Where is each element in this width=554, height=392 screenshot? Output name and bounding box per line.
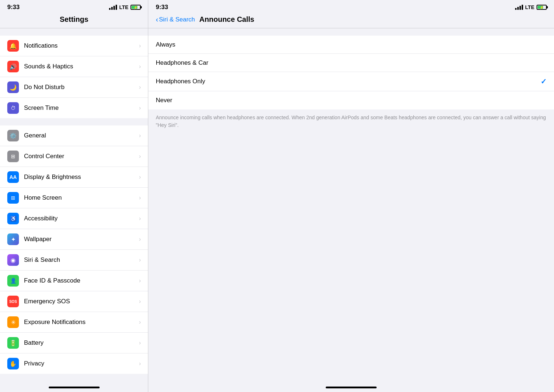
screen-time-icon: ⏱ — [7, 102, 19, 114]
row-accessibility[interactable]: ♿ Accessibility › — [0, 208, 148, 229]
row-general[interactable]: ⚙️ General › — [0, 125, 148, 146]
control-center-label: Control Center — [24, 153, 139, 160]
face-id-label: Face ID & Passcode — [24, 277, 139, 284]
face-id-icon: 👤 — [7, 275, 19, 287]
row-control-center[interactable]: ⊞ Control Center › — [0, 146, 148, 167]
row-battery[interactable]: 🔋 Battery › — [0, 333, 148, 353]
home-screen-chevron: › — [139, 195, 141, 201]
wallpaper-icon: ✦ — [7, 233, 19, 245]
general-icon: ⚙️ — [7, 130, 19, 141]
home-indicator-1 — [49, 387, 100, 388]
siri-label: Siri & Search — [24, 256, 139, 264]
option-headphones-only-label: Headphones Only — [156, 78, 541, 85]
headphones-only-checkmark: ✓ — [541, 77, 547, 86]
row-display-brightness[interactable]: AA Display & Brightness › — [0, 167, 148, 188]
row-exposure-notifications[interactable]: ✳ Exposure Notifications › — [0, 312, 148, 333]
lte-label-1: LTE — [119, 4, 128, 10]
panel-settings: 9:33 LTE ⚡ Settings 🔔 Notifications — [0, 0, 148, 392]
exposure-icon: ✳ — [7, 316, 19, 328]
emergency-sos-icon: SOS — [7, 296, 19, 307]
sounds-chevron: › — [139, 63, 141, 70]
battery-icon-1: ⚡ — [131, 5, 141, 10]
battery-label: Battery — [24, 339, 139, 347]
row-face-id[interactable]: 👤 Face ID & Passcode › — [0, 271, 148, 291]
option-always[interactable]: Always — [148, 36, 554, 54]
privacy-label: Privacy — [24, 360, 139, 367]
general-label: General — [24, 132, 139, 139]
battery-chevron: › — [139, 340, 141, 346]
notifications-label: Notifications — [24, 42, 139, 49]
option-never-label: Never — [156, 97, 547, 104]
accessibility-icon: ♿ — [7, 213, 19, 224]
row-sounds-haptics[interactable]: 🔊 Sounds & Haptics › — [0, 56, 148, 77]
battery-bolt-3: ⚡ — [539, 5, 544, 9]
control-center-icon: ⊞ — [7, 151, 19, 162]
row-emergency-sos[interactable]: SOS Emergency SOS › — [0, 291, 148, 312]
wallpaper-label: Wallpaper — [24, 236, 139, 243]
display-icon: AA — [7, 171, 19, 183]
face-id-chevron: › — [139, 277, 141, 284]
dnd-chevron: › — [139, 84, 141, 91]
panel-announce-calls: 9:33 LTE ⚡ ‹ Siri & Search Announce Call… — [148, 0, 554, 392]
notifications-chevron: › — [139, 43, 141, 49]
dnd-icon: 🌙 — [7, 81, 19, 93]
sounds-icon: 🔊 — [7, 61, 19, 72]
notifications-icon: 🔔 — [7, 40, 19, 52]
status-bar-3: 9:33 LTE ⚡ — [148, 0, 554, 12]
privacy-icon: ✋ — [7, 358, 19, 369]
panel3-back-label: Siri & Search — [159, 16, 195, 23]
row-wallpaper[interactable]: ✦ Wallpaper › — [0, 229, 148, 250]
control-center-chevron: › — [139, 153, 141, 160]
dnd-label: Do Not Disturb — [24, 84, 139, 91]
home-indicator-3 — [326, 387, 377, 388]
status-bar-1: 9:33 LTE ⚡ — [0, 0, 148, 12]
row-siri-search[interactable]: ◉ Siri & Search › — [0, 250, 148, 271]
row-home-screen[interactable]: ⊞ Home Screen › — [0, 188, 148, 208]
option-headphones-car[interactable]: Headphones & Car — [148, 54, 554, 72]
battery-bolt-1: ⚡ — [133, 5, 138, 9]
signal-bar-2 — [111, 7, 113, 10]
screen-time-chevron: › — [139, 105, 141, 111]
row-do-not-disturb[interactable]: 🌙 Do Not Disturb › — [0, 77, 148, 98]
option-always-label: Always — [156, 41, 547, 48]
signal-bar-3 — [113, 6, 115, 10]
section-group-2: ⚙️ General › ⊞ Control Center › AA Displ… — [0, 125, 148, 374]
settings-section-notifications: 🔔 Notifications › 🔊 Sounds & Haptics › 🌙… — [0, 36, 148, 118]
signal-bars-3 — [515, 5, 523, 10]
row-screen-time[interactable]: ⏱ Screen Time › — [0, 98, 148, 118]
row-notifications[interactable]: 🔔 Notifications › — [0, 36, 148, 56]
accessibility-chevron: › — [139, 215, 141, 222]
announce-calls-nav: ‹ Siri & Search Announce Calls — [148, 12, 554, 28]
panel3-back-chevron-icon: ‹ — [156, 15, 158, 24]
display-chevron: › — [139, 174, 141, 180]
option-never[interactable]: Never — [148, 91, 554, 109]
settings-list: 🔔 Notifications › 🔊 Sounds & Haptics › 🌙… — [0, 28, 148, 384]
emergency-sos-label: Emergency SOS — [24, 298, 139, 305]
display-label: Display & Brightness — [24, 173, 139, 181]
announce-calls-list: Always Headphones & Car Headphones Only … — [148, 28, 554, 384]
signal-bar-1 — [109, 8, 111, 10]
exposure-label: Exposure Notifications — [24, 319, 139, 326]
announce-calls-description: Announce incoming calls when headphones … — [148, 109, 554, 133]
wallpaper-chevron: › — [139, 236, 141, 243]
home-screen-icon: ⊞ — [7, 192, 19, 204]
settings-section-general: ⚙️ General › ⊞ Control Center › AA Displ… — [0, 125, 148, 374]
settings-title: Settings — [60, 15, 88, 23]
siri-icon: ◉ — [7, 254, 19, 266]
settings-nav-header: Settings — [0, 12, 148, 28]
row-privacy[interactable]: ✋ Privacy › — [0, 353, 148, 374]
section-group-1: 🔔 Notifications › 🔊 Sounds & Haptics › 🌙… — [0, 36, 148, 118]
status-time-3: 9:33 — [156, 4, 168, 11]
lte-label-3: LTE — [525, 4, 534, 10]
status-time-1: 9:33 — [7, 4, 20, 11]
general-chevron: › — [139, 132, 141, 139]
exposure-chevron: › — [139, 319, 141, 325]
battery-row-icon: 🔋 — [7, 337, 19, 349]
privacy-chevron: › — [139, 360, 141, 367]
announce-calls-back-button[interactable]: ‹ Siri & Search — [156, 15, 195, 24]
announce-calls-title: Announce Calls — [199, 15, 254, 24]
status-icons-1: LTE ⚡ — [109, 4, 141, 10]
status-icons-3: LTE ⚡ — [515, 4, 547, 10]
announce-calls-options: Always Headphones & Car Headphones Only … — [148, 36, 554, 109]
option-headphones-only[interactable]: Headphones Only ✓ — [148, 72, 554, 91]
